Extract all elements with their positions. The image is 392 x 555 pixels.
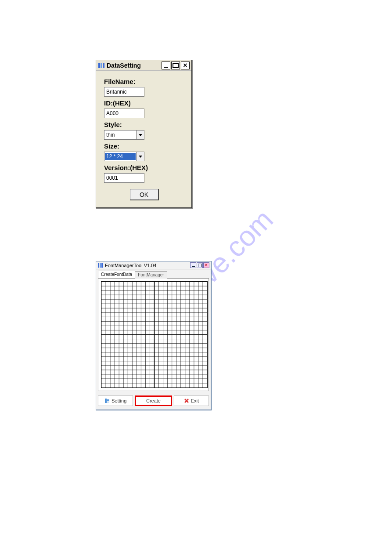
filename-label: FileName: — [104, 78, 184, 85]
tab-createfontdata[interactable]: CreateFontData — [98, 271, 135, 278]
app-icon — [98, 62, 105, 69]
style-label: Style: — [104, 121, 184, 128]
exit-button[interactable]: Exit — [174, 395, 209, 406]
maximize-button[interactable] — [171, 62, 180, 69]
createfontdata-pane — [98, 278, 209, 391]
button-row: Setting Create Exit — [96, 394, 211, 410]
svg-rect-3 — [98, 263, 99, 268]
tab-strip: CreateFontData FontManager — [96, 269, 211, 278]
tab-fontmanager[interactable]: FontManager — [135, 271, 167, 279]
minimize-button[interactable] — [162, 62, 170, 69]
style-combobox[interactable]: thin — [104, 130, 144, 140]
datasetting-body: FileName: ID:(HEX) Style: thin Size: 12 … — [96, 71, 191, 207]
svg-rect-1 — [101, 63, 102, 68]
create-button-label: Create — [146, 398, 161, 403]
svg-rect-2 — [103, 63, 104, 68]
datasetting-titlebar[interactable]: DataSetting — [96, 60, 191, 71]
fontmanager-title: FontManagerTool V1.04 — [105, 263, 190, 268]
svg-rect-4 — [100, 263, 101, 268]
close-button[interactable] — [203, 262, 209, 268]
minimize-button[interactable] — [190, 262, 196, 268]
close-button[interactable] — [181, 62, 190, 69]
id-label: ID:(HEX) — [104, 99, 184, 107]
ok-button[interactable]: OK — [130, 189, 159, 200]
datasetting-window: DataSetting FileName: ID:(HEX) Style: th… — [96, 60, 192, 208]
svg-rect-57 — [107, 399, 109, 400]
chevron-down-icon[interactable] — [136, 131, 144, 139]
style-value: thin — [104, 132, 136, 138]
exit-icon — [184, 398, 189, 403]
svg-rect-56 — [105, 399, 107, 403]
datasetting-title: DataSetting — [107, 62, 162, 69]
fontmanager-window: FontManagerTool V1.04 CreateFontData Fon… — [96, 261, 212, 410]
size-label: Size: — [104, 142, 184, 150]
setting-button-label: Setting — [111, 398, 126, 403]
size-combobox[interactable]: 12 * 24 — [104, 152, 144, 161]
filename-input[interactable] — [104, 87, 144, 97]
setting-icon — [104, 398, 110, 403]
fontmanager-titlebar[interactable]: FontManagerTool V1.04 — [96, 261, 211, 269]
version-input[interactable] — [104, 173, 144, 183]
exit-button-label: Exit — [191, 398, 199, 403]
id-input[interactable] — [104, 109, 144, 118]
svg-rect-59 — [107, 402, 109, 403]
font-grid[interactable] — [101, 281, 208, 388]
svg-rect-58 — [107, 400, 109, 401]
app-icon — [97, 262, 104, 268]
chevron-down-icon[interactable] — [136, 152, 144, 161]
version-label: Version:(HEX) — [104, 164, 184, 171]
create-button[interactable]: Create — [135, 395, 172, 406]
size-value: 12 * 24 — [105, 153, 136, 160]
setting-button[interactable]: Setting — [98, 395, 133, 406]
maximize-button[interactable] — [197, 262, 203, 268]
svg-rect-0 — [98, 63, 100, 68]
svg-rect-5 — [101, 263, 103, 268]
